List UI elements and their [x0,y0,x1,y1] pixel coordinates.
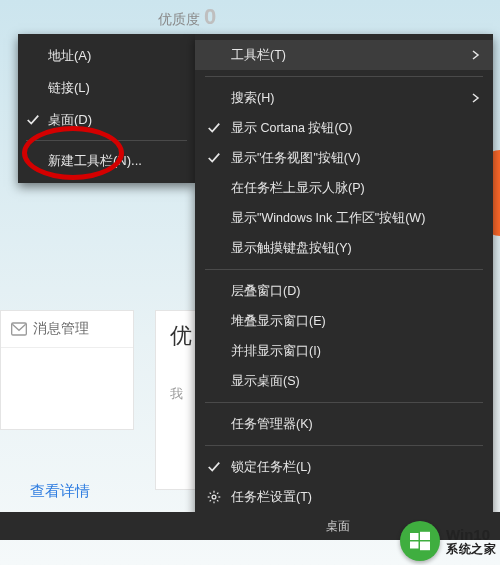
menu-item-toolbars[interactable]: 工具栏(T) [195,40,493,70]
menu-item-label: 工具栏(T) [231,47,286,64]
menu-separator [205,445,483,446]
menu-item-label: 锁定任务栏(L) [231,459,311,476]
menu-item-show-people[interactable]: 在任务栏上显示人脉(P) [195,173,493,203]
submenu-item-label: 地址(A) [48,47,91,65]
menu-item-task-manager[interactable]: 任务管理器(K) [195,409,493,439]
menu-item-show-ink[interactable]: 显示"Windows Ink 工作区"按钮(W) [195,203,493,233]
menu-item-show-taskview[interactable]: 显示"任务视图"按钮(V) [195,143,493,173]
menu-separator [26,140,187,141]
taskbar-context-menu: 工具栏(T) 搜索(H) 显示 Cortana 按钮(O) 显示"任务视图"按钮… [195,34,493,520]
menu-item-label: 任务栏设置(T) [231,489,312,506]
envelope-icon [11,322,27,336]
windows-logo-icon [410,531,430,551]
message-panel-header[interactable]: 消息管理 [1,311,133,348]
taskbar-item-desktop[interactable]: 桌面 [326,518,350,535]
menu-item-show-desktop[interactable]: 显示桌面(S) [195,366,493,396]
svg-rect-11 [420,532,430,540]
submenu-item-new-toolbar[interactable]: 新建工具栏(N)... [18,145,195,177]
message-panel: 消息管理 [0,310,134,430]
svg-rect-13 [420,542,430,551]
chevron-right-icon [471,93,481,103]
menu-item-label: 任务管理器(K) [231,416,313,433]
menu-item-show-touchkbd[interactable]: 显示触摸键盘按钮(Y) [195,233,493,263]
check-icon [26,113,40,127]
submenu-item-label: 桌面(D) [48,111,92,129]
menu-item-sidebyside[interactable]: 并排显示窗口(I) [195,336,493,366]
svg-line-8 [217,493,218,494]
quality-label: 优质度0 [158,4,216,30]
svg-rect-0 [12,323,27,335]
menu-item-label: 显示桌面(S) [231,373,300,390]
menu-separator [205,402,483,403]
site-watermark: Win10 系统之家 [400,517,500,565]
chevron-right-icon [471,50,481,60]
check-icon [207,460,221,474]
svg-line-9 [210,500,211,501]
submenu-item-label: 新建工具栏(N)... [48,152,142,170]
toolbar-submenu: 地址(A) 链接(L) 桌面(D) 新建工具栏(N)... [18,34,195,183]
svg-point-1 [212,495,216,499]
check-icon [207,121,221,135]
message-panel-title: 消息管理 [33,320,89,338]
submenu-item-desktop[interactable]: 桌面(D) [18,104,195,136]
gear-icon [207,490,221,504]
svg-line-6 [210,493,211,494]
submenu-item-links[interactable]: 链接(L) [18,72,195,104]
menu-item-stack[interactable]: 堆叠显示窗口(E) [195,306,493,336]
submenu-item-address[interactable]: 地址(A) [18,40,195,72]
menu-item-show-cortana[interactable]: 显示 Cortana 按钮(O) [195,113,493,143]
check-icon [207,151,221,165]
watermark-badge [400,521,440,561]
svg-rect-12 [410,542,419,549]
watermark-text: Win10 系统之家 [446,527,496,555]
menu-item-label: 在任务栏上显示人脉(P) [231,180,365,197]
menu-separator [205,76,483,77]
menu-item-label: 层叠窗口(D) [231,283,300,300]
menu-item-lock-taskbar[interactable]: 锁定任务栏(L) [195,452,493,482]
menu-item-label: 显示"任务视图"按钮(V) [231,150,361,167]
menu-item-label: 显示 Cortana 按钮(O) [231,120,352,137]
menu-item-taskbar-settings[interactable]: 任务栏设置(T) [195,482,493,512]
menu-item-cascade[interactable]: 层叠窗口(D) [195,276,493,306]
menu-separator [205,269,483,270]
submenu-item-label: 链接(L) [48,79,90,97]
menu-item-search[interactable]: 搜索(H) [195,83,493,113]
menu-item-label: 搜索(H) [231,90,274,107]
menu-item-label: 显示触摸键盘按钮(Y) [231,240,352,257]
svg-line-7 [217,500,218,501]
menu-item-label: 并排显示窗口(I) [231,343,321,360]
svg-rect-10 [410,533,419,540]
menu-item-label: 堆叠显示窗口(E) [231,313,326,330]
view-details-link[interactable]: 查看详情 [30,482,90,501]
menu-item-label: 显示"Windows Ink 工作区"按钮(W) [231,210,425,227]
